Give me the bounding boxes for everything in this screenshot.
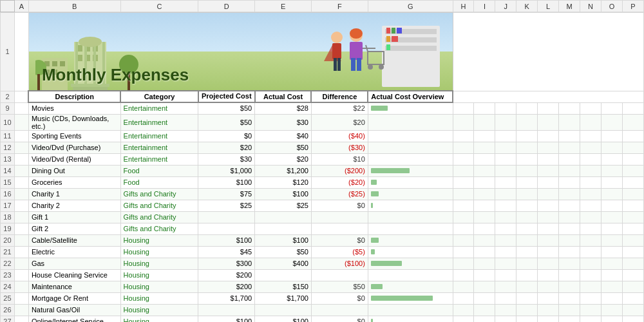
description-cell[interactable]: Video/Dvd (Rental) [28,153,120,165]
actual-cost-cell[interactable]: $400 [255,258,312,269]
projected-cost-cell[interactable]: $75 [198,188,255,200]
projected-cost-cell[interactable]: $100 [198,176,255,188]
description-cell[interactable]: Dining Out [28,165,120,176]
description-cell[interactable]: Charity 2 [28,200,120,211]
category-cell[interactable]: Gifts and Charity [120,188,198,200]
actual-cost-cell[interactable]: $100 [255,188,312,200]
actual-cost-cell[interactable]: $100 [255,234,312,246]
overview-cell [368,316,453,322]
description-cell[interactable]: Cable/Satellite [28,234,120,246]
projected-cost-cell[interactable]: $100 [198,234,255,246]
description-cell[interactable]: Gift 2 [28,223,120,234]
projected-cost-cell[interactable]: $50 [198,114,255,130]
actual-cost-cell[interactable] [255,304,312,316]
category-cell[interactable]: Food [120,165,198,176]
category-cell[interactable]: Food [120,176,198,188]
category-cell[interactable]: Housing [120,269,198,281]
description-cell[interactable]: Online/Internet Service [28,316,120,322]
difference-cell[interactable]: ($30) [311,142,368,153]
actual-cost-cell[interactable]: $28 [255,102,312,114]
actual-cost-cell[interactable] [255,269,312,281]
actual-cost-cell[interactable]: $25 [255,200,312,211]
difference-cell[interactable]: ($5) [311,246,368,258]
description-cell[interactable]: Electric [28,246,120,258]
category-cell[interactable]: Housing [120,246,198,258]
extra-col [538,130,559,142]
projected-cost-cell[interactable] [198,304,255,316]
actual-cost-cell[interactable]: $100 [255,316,312,322]
difference-cell[interactable]: $22 [311,102,368,114]
projected-cost-cell[interactable]: $200 [198,281,255,292]
category-cell[interactable]: Entertainment [120,114,198,130]
extra-col [453,292,474,304]
category-cell[interactable]: Entertainment [120,102,198,114]
actual-cost-cell[interactable]: $1,700 [255,292,312,304]
difference-cell[interactable]: $0 [311,292,368,304]
category-cell[interactable]: Housing [120,281,198,292]
svg-rect-31 [386,36,390,42]
projected-cost-cell[interactable]: $50 [198,102,255,114]
category-cell[interactable]: Housing [120,304,198,316]
category-cell[interactable]: Entertainment [120,142,198,153]
difference-cell[interactable] [311,304,368,316]
description-cell[interactable]: Mortgage Or Rent [28,292,120,304]
projected-cost-cell[interactable]: $200 [198,269,255,281]
actual-cost-cell[interactable]: $50 [255,246,312,258]
description-cell[interactable]: Charity 1 [28,188,120,200]
actual-cost-cell[interactable]: $40 [255,130,312,142]
description-cell[interactable]: Maintenance [28,281,120,292]
description-cell[interactable]: Video/Dvd (Purchase) [28,142,120,153]
category-cell[interactable]: Gifts and Charity [120,211,198,223]
description-cell[interactable]: Movies [28,102,120,114]
category-cell[interactable]: Housing [120,292,198,304]
category-cell[interactable]: Entertainment [120,153,198,165]
projected-cost-cell[interactable]: $30 [198,153,255,165]
difference-cell[interactable] [311,223,368,234]
difference-cell[interactable]: ($100) [311,258,368,269]
actual-cost-cell[interactable] [255,223,312,234]
extra-col [516,153,538,165]
difference-cell[interactable]: ($40) [311,130,368,142]
description-cell[interactable]: Sporting Events [28,130,120,142]
description-cell[interactable]: Music (CDs, Downloads, etc.) [28,114,120,130]
description-cell[interactable]: Gas [28,258,120,269]
difference-cell[interactable]: $10 [311,153,368,165]
category-cell[interactable]: Entertainment [120,130,198,142]
category-cell[interactable]: Housing [120,234,198,246]
actual-cost-cell[interactable] [255,211,312,223]
projected-cost-cell[interactable]: $25 [198,200,255,211]
difference-cell[interactable]: $0 [311,200,368,211]
difference-cell[interactable]: ($200) [311,165,368,176]
difference-cell[interactable]: $0 [311,316,368,322]
description-cell[interactable]: Gift 1 [28,211,120,223]
actual-cost-cell[interactable]: $20 [255,153,312,165]
description-cell[interactable]: Groceries [28,176,120,188]
difference-cell[interactable]: ($25) [311,188,368,200]
projected-cost-cell[interactable]: $1,700 [198,292,255,304]
projected-cost-cell[interactable]: $45 [198,246,255,258]
actual-cost-cell[interactable]: $150 [255,281,312,292]
difference-cell[interactable] [311,211,368,223]
projected-cost-cell[interactable]: $20 [198,142,255,153]
description-cell[interactable]: Natural Gas/Oil [28,304,120,316]
difference-cell[interactable]: ($20) [311,176,368,188]
projected-cost-cell[interactable]: $100 [198,316,255,322]
projected-cost-cell[interactable]: $300 [198,258,255,269]
projected-cost-cell[interactable] [198,223,255,234]
projected-cost-cell[interactable]: $0 [198,130,255,142]
actual-cost-cell[interactable]: $120 [255,176,312,188]
projected-cost-cell[interactable] [198,211,255,223]
actual-cost-cell[interactable]: $50 [255,142,312,153]
projected-cost-cell[interactable]: $1,000 [198,165,255,176]
category-cell[interactable]: Gifts and Charity [120,200,198,211]
actual-cost-cell[interactable]: $30 [255,114,312,130]
category-cell[interactable]: Housing [120,258,198,269]
category-cell[interactable]: Housing [120,316,198,322]
difference-cell[interactable] [311,269,368,281]
difference-cell[interactable]: $50 [311,281,368,292]
description-cell[interactable]: House Cleaning Service [28,269,120,281]
difference-cell[interactable]: $0 [311,234,368,246]
actual-cost-cell[interactable]: $1,200 [255,165,312,176]
category-cell[interactable]: Gifts and Charity [120,223,198,234]
difference-cell[interactable]: $20 [311,114,368,130]
